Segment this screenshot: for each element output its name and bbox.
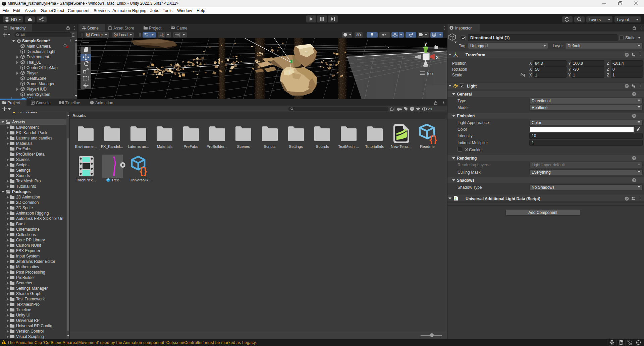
svg-text:?: ? (633, 157, 635, 160)
svg-text:?: ? (633, 114, 635, 118)
svg-text:Y: Y (146, 35, 148, 37)
svg-text:?: ? (626, 197, 628, 200)
svg-text:{}: {} (140, 166, 147, 176)
svg-text:y: y (425, 41, 427, 46)
svg-text:Iso: Iso (427, 71, 433, 76)
svg-text:#: # (454, 197, 457, 200)
svg-text:?: ? (633, 93, 635, 96)
svg-text:?: ? (626, 53, 628, 57)
svg-text:x: x (436, 55, 439, 60)
svg-text:{}: {} (429, 134, 437, 144)
svg-text:?: ? (633, 179, 635, 182)
svg-text:?: ? (626, 84, 628, 88)
